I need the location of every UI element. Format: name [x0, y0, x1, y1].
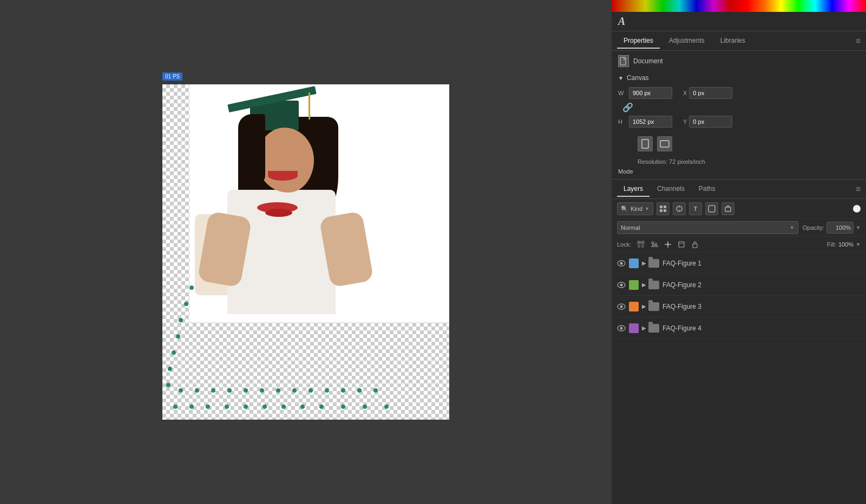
dot	[292, 388, 297, 393]
dot	[179, 388, 183, 393]
layer-item[interactable]: ▶ FAQ-Figure 3	[612, 296, 866, 317]
width-input[interactable]	[629, 87, 672, 99]
height-input[interactable]	[629, 116, 672, 128]
svg-rect-14	[638, 245, 640, 248]
properties-section: Document ▼ Canvas W X 🔗	[612, 51, 866, 180]
dot	[244, 404, 248, 409]
tab-paths[interactable]: Paths	[692, 182, 722, 197]
layer-color-4	[629, 323, 639, 333]
layer-item[interactable]: ▶ FAQ-Figure 4	[612, 317, 866, 339]
document-label: Document	[633, 57, 663, 65]
filter-type-btn[interactable]: T	[689, 202, 702, 215]
canvas-toggle[interactable]: ▼ Canvas	[612, 71, 866, 84]
layer-name-1: FAQ-Figure 1	[662, 260, 862, 267]
opacity-area: Opacity: ▼	[803, 222, 861, 234]
width-x-row: W X	[618, 87, 860, 99]
portrait-button[interactable]	[638, 136, 653, 151]
dot	[276, 388, 280, 393]
right-panel: A Properties Adjustments Libraries ≡ Doc…	[612, 0, 866, 504]
svg-rect-13	[641, 241, 644, 244]
dot	[341, 404, 345, 409]
filter-pixel-btn[interactable]	[657, 202, 670, 215]
fill-arrow[interactable]: ▼	[856, 242, 861, 247]
lock-image-btn[interactable]	[649, 239, 660, 250]
dot	[176, 334, 180, 339]
x-label: X	[683, 90, 687, 96]
dot	[244, 388, 248, 393]
svg-point-30	[620, 305, 623, 308]
mode-label: Mode	[618, 168, 633, 175]
layer-visibility-2[interactable]	[616, 280, 627, 290]
tab-properties[interactable]: Properties	[617, 34, 660, 49]
opacity-input[interactable]	[826, 222, 854, 234]
canvas-label: 01 PS	[162, 72, 182, 81]
mode-row: Mode	[612, 167, 866, 179]
x-input[interactable]	[689, 87, 732, 99]
dot	[195, 388, 199, 393]
blend-dropdown-chevron: ▼	[790, 225, 795, 230]
filter-shape-btn[interactable]	[705, 202, 718, 215]
filter-adjustment-btn[interactable]	[673, 202, 686, 215]
landscape-button[interactable]	[657, 136, 672, 151]
cap-tassel	[309, 92, 310, 120]
type-icon: T	[694, 205, 698, 212]
color-gradient-bar[interactable]	[612, 0, 866, 12]
canvas-fields: W X 🔗 H Y	[612, 84, 866, 134]
necklace-lower	[265, 209, 292, 217]
svg-point-28	[620, 283, 623, 286]
layer-item[interactable]: ▶ FAQ-Figure 2	[612, 274, 866, 296]
layer-visibility-3[interactable]	[616, 301, 627, 312]
resolution-text: Resolution: 72 pixels/inch	[638, 158, 705, 165]
y-label: Y	[683, 118, 687, 125]
layer-item[interactable]: ▶ FAQ-Figure 1	[612, 253, 866, 274]
height-y-row: H Y	[618, 116, 860, 128]
lock-icons	[635, 239, 700, 250]
document-header: Document	[612, 51, 866, 71]
layers-panel-menu[interactable]: ≡	[856, 184, 861, 194]
dot	[225, 404, 229, 409]
filter-smartobj-btn[interactable]	[721, 202, 734, 215]
layer-color-1	[629, 258, 639, 268]
layer-folder-1	[648, 259, 659, 268]
layer-visibility-4[interactable]	[616, 323, 627, 334]
canvas-label: Canvas	[627, 74, 649, 82]
filter-kind-label: Kind	[631, 205, 642, 212]
canvas-content[interactable]	[162, 84, 449, 420]
lock-row: Lock:	[612, 237, 866, 253]
lock-transparent-btn[interactable]	[635, 239, 646, 250]
blend-mode-dropdown[interactable]: Normal ▼	[617, 221, 798, 234]
lock-position-btn[interactable]	[662, 239, 673, 250]
layers-filter-bar: 🔍 Kind ▼ T	[612, 199, 866, 219]
search-icon: 🔍	[621, 205, 628, 213]
layer-folder-4	[648, 324, 659, 333]
dot	[260, 388, 264, 393]
height-label: H	[618, 118, 629, 125]
layer-expand-1[interactable]: ▶	[642, 260, 646, 266]
layer-expand-4[interactable]: ▶	[642, 325, 646, 331]
tab-adjustments[interactable]: Adjustments	[662, 34, 711, 49]
dot	[184, 302, 188, 306]
layer-name-3: FAQ-Figure 3	[662, 303, 862, 310]
lock-aspect-icon[interactable]: 🔗	[622, 102, 633, 112]
dot	[173, 404, 178, 409]
layer-folder-2	[648, 281, 659, 289]
lock-all-btn[interactable]	[690, 239, 700, 250]
opacity-arrow[interactable]: ▼	[856, 225, 861, 230]
tab-layers[interactable]: Layers	[617, 182, 650, 197]
layer-name-2: FAQ-Figure 2	[662, 281, 862, 289]
width-label: W	[618, 90, 629, 96]
lock-artboard-btn[interactable]	[676, 239, 687, 250]
y-input[interactable]	[689, 116, 732, 128]
layer-expand-2[interactable]: ▶	[642, 282, 646, 288]
dot	[341, 388, 345, 393]
filter-kind-dropdown[interactable]: 🔍 Kind ▼	[617, 202, 653, 215]
dot	[166, 383, 170, 387]
filter-toggle[interactable]	[853, 205, 861, 213]
layer-expand-3[interactable]: ▶	[642, 303, 646, 309]
dot	[206, 404, 210, 409]
properties-panel-menu[interactable]: ≡	[856, 36, 861, 46]
fill-value: 100%	[838, 241, 854, 248]
layer-visibility-1[interactable]	[616, 258, 627, 269]
tab-channels[interactable]: Channels	[651, 182, 691, 197]
tab-libraries[interactable]: Libraries	[714, 34, 752, 49]
